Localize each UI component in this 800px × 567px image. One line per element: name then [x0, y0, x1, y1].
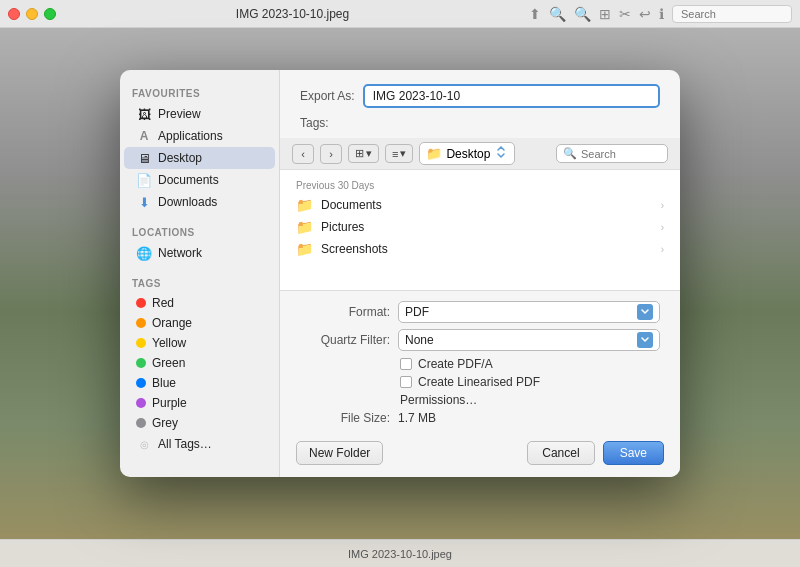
export-as-input[interactable] — [363, 84, 660, 108]
file-item-screenshots[interactable]: 📁 Screenshots › — [280, 238, 680, 260]
tags-section: Tags — [120, 272, 279, 293]
file-section-label: Previous 30 Days — [280, 174, 680, 194]
format-row: Format: PDF — [300, 301, 660, 323]
sidebar-item-preview[interactable]: 🖼 Preview — [124, 103, 275, 125]
sidebar-label-documents: Documents — [158, 173, 219, 187]
cancel-button[interactable]: Cancel — [527, 441, 594, 465]
create-linearised-row: Create Linearised PDF — [300, 375, 660, 389]
all-tags-icon: ◎ — [136, 436, 152, 452]
blue-tag-dot — [136, 378, 146, 388]
toolbar-row: ‹ › ⊞ ▾ ≡ ▾ 📁 Desktop — [280, 138, 680, 170]
filesize-label: File Size: — [300, 411, 390, 425]
file-name-documents: Documents — [321, 198, 382, 212]
search-icon: 🔍 — [563, 147, 577, 160]
screenshots-folder-icon: 📁 — [296, 241, 313, 257]
sidebar-label-blue: Blue — [152, 376, 176, 390]
file-arrow-pictures: › — [661, 222, 664, 233]
folder-icon: 📁 — [426, 146, 442, 161]
dialog-main: Export As: Tags: ‹ › ⊞ ▾ ≡ ▾ — [280, 70, 680, 477]
file-arrow-documents: › — [661, 200, 664, 211]
sidebar-item-all-tags[interactable]: ◎ All Tags… — [124, 433, 275, 455]
save-dialog: Favourites 🖼 Preview A Applications 🖥 De… — [120, 70, 680, 477]
purple-tag-dot — [136, 398, 146, 408]
search-input[interactable] — [581, 148, 661, 160]
favourites-section: Favourites — [120, 82, 279, 103]
sidebar-item-downloads[interactable]: ⬇ Downloads — [124, 191, 275, 213]
confirm-button-group: Cancel Save — [527, 441, 664, 465]
sidebar-item-blue[interactable]: Blue — [124, 373, 275, 393]
create-linearised-label: Create Linearised PDF — [418, 375, 540, 389]
grey-tag-dot — [136, 418, 146, 428]
sidebar-label-red: Red — [152, 296, 174, 310]
sidebar-item-documents[interactable]: 📄 Documents — [124, 169, 275, 191]
file-arrow-screenshots: › — [661, 244, 664, 255]
button-row: New Folder Cancel Save — [280, 433, 680, 477]
sidebar-item-yellow[interactable]: Yellow — [124, 333, 275, 353]
format-value: PDF — [405, 305, 633, 319]
options-area: Format: PDF Quartz Filter: None — [280, 290, 680, 433]
back-button[interactable]: ‹ — [292, 144, 314, 164]
downloads-icon: ⬇ — [136, 194, 152, 210]
file-item-pictures[interactable]: 📁 Pictures › — [280, 216, 680, 238]
modal-overlay: Favourites 🖼 Preview A Applications 🖥 De… — [0, 0, 800, 567]
search-box[interactable]: 🔍 — [556, 144, 668, 163]
format-select[interactable]: PDF — [398, 301, 660, 323]
forward-button[interactable]: › — [320, 144, 342, 164]
export-as-label: Export As: — [300, 89, 355, 103]
sidebar-item-orange[interactable]: Orange — [124, 313, 275, 333]
tags-row: Tags: — [280, 114, 680, 138]
permissions-link-text[interactable]: Permissions… — [400, 393, 477, 407]
sidebar-item-purple[interactable]: Purple — [124, 393, 275, 413]
sidebar-item-applications[interactable]: A Applications — [124, 125, 275, 147]
sidebar-label-downloads: Downloads — [158, 195, 217, 209]
sidebar-item-grey[interactable]: Grey — [124, 413, 275, 433]
file-list-area: Previous 30 Days 📁 Documents › 📁 Picture… — [280, 170, 680, 290]
sidebar-label-grey: Grey — [152, 416, 178, 430]
sidebar-item-network[interactable]: 🌐 Network — [124, 242, 275, 264]
save-button[interactable]: Save — [603, 441, 664, 465]
list-view-button[interactable]: ≡ ▾ — [385, 144, 413, 163]
path-selector: 📁 Desktop — [419, 142, 550, 165]
sidebar: Favourites 🖼 Preview A Applications 🖥 De… — [120, 70, 280, 477]
preview-icon: 🖼 — [136, 106, 152, 122]
path-dropdown[interactable]: 📁 Desktop — [419, 142, 515, 165]
sidebar-label-orange: Orange — [152, 316, 192, 330]
icon-view-button[interactable]: ⊞ ▾ — [348, 144, 379, 163]
sidebar-label-purple: Purple — [152, 396, 187, 410]
sidebar-item-red[interactable]: Red — [124, 293, 275, 313]
desktop-icon: 🖥 — [136, 150, 152, 166]
create-pdfa-label: Create PDF/A — [418, 357, 493, 371]
sidebar-item-desktop[interactable]: 🖥 Desktop — [124, 147, 275, 169]
yellow-tag-dot — [136, 338, 146, 348]
sidebar-label-yellow: Yellow — [152, 336, 186, 350]
grid-icon: ⊞ — [355, 147, 364, 160]
sidebar-label-applications: Applications — [158, 129, 223, 143]
export-as-row: Export As: — [280, 70, 680, 114]
create-pdfa-checkbox[interactable] — [400, 358, 412, 370]
format-label: Format: — [300, 305, 390, 319]
quartz-label: Quartz Filter: — [300, 333, 390, 347]
quartz-select-arrow — [637, 332, 653, 348]
documents-folder-icon: 📁 — [296, 197, 313, 213]
network-icon: 🌐 — [136, 245, 152, 261]
file-item-documents[interactable]: 📁 Documents › — [280, 194, 680, 216]
file-name-screenshots: Screenshots — [321, 242, 388, 256]
create-linearised-checkbox[interactable] — [400, 376, 412, 388]
quartz-value: None — [405, 333, 633, 347]
sidebar-label-preview: Preview — [158, 107, 201, 121]
sidebar-label-network: Network — [158, 246, 202, 260]
tags-label: Tags: — [300, 116, 329, 130]
create-pdfa-row: Create PDF/A — [300, 357, 660, 371]
path-expand-icon — [494, 145, 508, 162]
sidebar-item-green[interactable]: Green — [124, 353, 275, 373]
documents-icon: 📄 — [136, 172, 152, 188]
orange-tag-dot — [136, 318, 146, 328]
quartz-select[interactable]: None — [398, 329, 660, 351]
sidebar-label-desktop: Desktop — [158, 151, 202, 165]
quartz-row: Quartz Filter: None — [300, 329, 660, 351]
path-label: Desktop — [446, 147, 490, 161]
new-folder-button[interactable]: New Folder — [296, 441, 383, 465]
sidebar-label-green: Green — [152, 356, 185, 370]
locations-section: Locations — [120, 221, 279, 242]
chevron-down-icon-2: ▾ — [400, 147, 406, 160]
